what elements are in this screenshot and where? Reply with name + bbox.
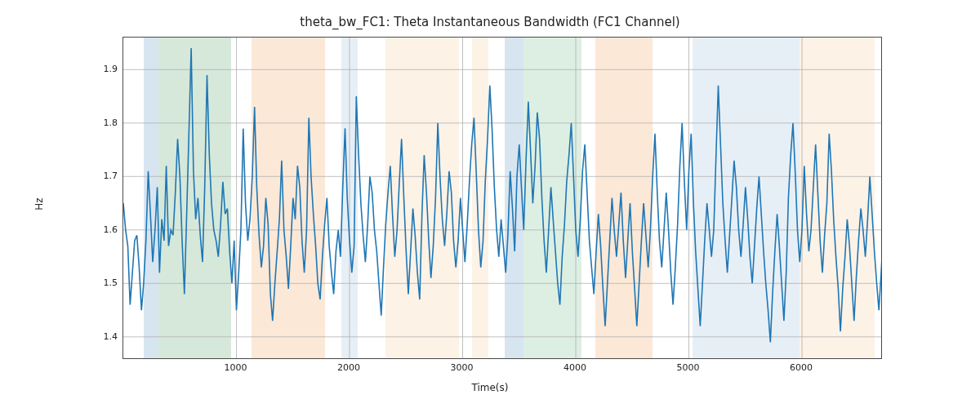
x-tick-label: 3000 [451,362,474,373]
y-tick-label: 1.5 [77,277,118,288]
x-tick-label: 2000 [337,362,360,373]
chart-title: theta_bw_FC1: Theta Instantaneous Bandwi… [0,15,980,29]
y-tick-label: 1.7 [77,171,118,181]
x-axis-label: Time(s) [0,382,980,393]
plot-area [122,37,882,359]
y-tick-label: 1.9 [77,64,118,74]
x-tick-label: 6000 [790,362,813,373]
plot-svg [123,38,881,358]
series-line [123,48,881,342]
y-tick-label: 1.6 [77,224,118,234]
chart-container: theta_bw_FC1: Theta Instantaneous Bandwi… [0,0,980,408]
y-tick-label: 1.4 [77,330,118,341]
x-tick-label: 1000 [225,362,247,373]
x-tick-label: 5000 [677,362,700,373]
x-tick-label: 4000 [564,362,586,373]
grid-x [237,38,803,358]
y-tick-label: 1.8 [77,117,118,127]
y-axis-label: Hz [33,197,45,210]
